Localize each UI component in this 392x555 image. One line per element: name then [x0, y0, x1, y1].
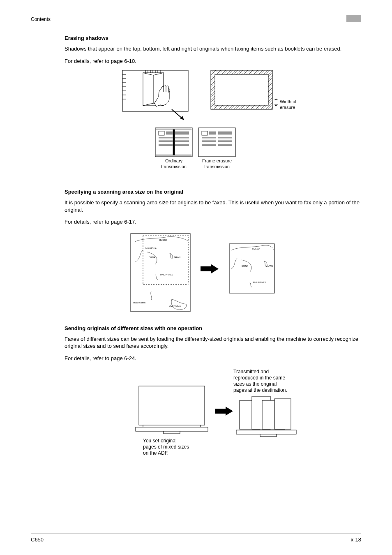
- caption-bottom: You set original: [143, 438, 177, 444]
- map-label: RUSSIA: [159, 239, 167, 241]
- svg-rect-82: [236, 430, 296, 434]
- section-title-erasing: Erasing shadows: [65, 35, 361, 41]
- caption-top: sizes as the original: [233, 381, 277, 387]
- svg-rect-71: [201, 266, 211, 271]
- svg-rect-83: [260, 434, 277, 437]
- width-label: Width of: [280, 99, 297, 104]
- svg-rect-46: [156, 155, 191, 156]
- map-label: CHINA: [149, 256, 155, 259]
- caption-bottom: on the ADF.: [143, 450, 168, 456]
- svg-rect-19: [215, 74, 268, 105]
- figure-mixed-sizes: Transmitted and reproduced in the same s…: [65, 368, 361, 462]
- svg-rect-75: [136, 427, 208, 431]
- svg-rect-48: [202, 131, 208, 135]
- page-content: Erasing shadows Shadows that appear on t…: [65, 35, 361, 462]
- map-label: JAPAN: [174, 256, 180, 259]
- map-label: CHINA: [242, 265, 248, 267]
- svg-rect-23: [159, 131, 164, 135]
- section-title-mixedsize: Sending originals of different sizes wit…: [65, 325, 361, 331]
- section-body: It is possible to specify a scanning are…: [65, 199, 361, 213]
- caption-top: reproduced in the same: [233, 375, 285, 381]
- map-label: Indian Ocean: [133, 301, 145, 304]
- svg-rect-44: [173, 130, 175, 155]
- map-label: PHILIPPINES: [253, 281, 266, 284]
- svg-rect-77: [215, 409, 226, 414]
- svg-rect-45: [156, 129, 191, 130]
- page: Contents Erasing shadows Shadows that ap…: [0, 0, 392, 555]
- map-label: AUSTRALIA: [169, 305, 181, 307]
- svg-rect-74: [143, 425, 201, 427]
- page-footer: C650 x-18: [31, 534, 361, 543]
- map-label: RUSSIA: [252, 247, 260, 250]
- frame-label: transmission: [204, 164, 230, 169]
- frame-label: Frame erasure: [202, 158, 232, 163]
- header-tab-icon: [346, 15, 361, 22]
- map-label: PHILIPPINES: [160, 273, 173, 276]
- ordinary-label: transmission: [161, 164, 187, 169]
- svg-rect-76: [164, 431, 180, 434]
- svg-rect-69: [131, 234, 190, 312]
- caption-top: pages at the destination.: [233, 387, 287, 393]
- page-header: Contents: [31, 16, 361, 24]
- figure-erasing-shadows: Width of erasure: [65, 70, 361, 177]
- map-label: MONGOLIA: [145, 247, 157, 250]
- footer-model: C650: [31, 536, 44, 543]
- width-label: erasure: [280, 105, 295, 110]
- section-title-scanarea: Specifying a scanning area size on the o…: [65, 189, 361, 195]
- caption-top: Transmitted and: [233, 369, 269, 375]
- section-body: For details, refer to page 6-10.: [65, 58, 361, 65]
- figure-scan-area: RUSSIA MONGOLIA CHINA JAPAN PHILIPPINES …: [65, 231, 361, 314]
- section-body: Faxes of different sizes can be sent by …: [65, 335, 361, 350]
- header-section-label: Contents: [31, 16, 51, 22]
- svg-rect-73: [139, 386, 205, 425]
- section-body: For details, refer to page 6-24.: [65, 355, 361, 362]
- section-body: For details, refer to page 6-17.: [65, 218, 361, 226]
- caption-bottom: pages of mixed sizes: [143, 444, 189, 450]
- map-label: JAPAN: [266, 265, 273, 267]
- svg-rect-81: [274, 399, 291, 429]
- svg-rect-72: [229, 244, 274, 293]
- ordinary-label: Ordinary: [165, 158, 183, 163]
- section-body: Shadows that appear on the top, bottom, …: [65, 45, 361, 53]
- footer-page: x-18: [351, 536, 361, 543]
